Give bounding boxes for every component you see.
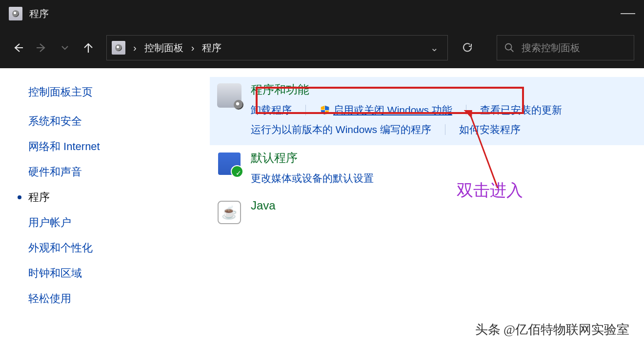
chevron-right-icon[interactable]: › [129, 40, 141, 56]
shield-icon [320, 105, 330, 115]
main-content: 程序和功能 卸载程序 启用或关闭 Windows 功能 查看已安装的更新 运行为… [210, 68, 644, 343]
programs-icon [217, 83, 242, 108]
programs-title[interactable]: 程序和功能 [251, 82, 634, 97]
sidebar: 控制面板主页 系统和安全 网络和 Internet 硬件和声音 程序 用户帐户 … [0, 68, 210, 343]
link-windows-features[interactable]: 启用或关闭 Windows 功能 [320, 100, 452, 120]
link-compat[interactable]: 运行为以前版本的 Windows 编写的程序 [251, 120, 431, 139]
breadcrumb-root[interactable]: 控制面板 [141, 39, 186, 57]
titlebar: 程序 [0, 0, 644, 27]
nav-toolbar: › 控制面板 › 程序 ⌄ 搜索控制面板 [0, 27, 644, 68]
sidebar-item-hardware[interactable]: 硬件和声音 [28, 165, 210, 179]
sidebar-item-ease[interactable]: 轻松使用 [28, 291, 210, 306]
svg-point-0 [505, 44, 512, 50]
breadcrumb-current[interactable]: 程序 [199, 39, 224, 57]
annotation-label: 双击进入 [457, 179, 523, 202]
link-media-defaults[interactable]: 更改媒体或设备的默认设置 [251, 169, 374, 188]
search-placeholder: 搜索控制面板 [522, 41, 580, 55]
java-title[interactable]: Java [251, 199, 634, 212]
link-installed-updates[interactable]: 查看已安装的更新 [480, 100, 562, 120]
separator [445, 124, 445, 135]
forward-button[interactable] [33, 39, 50, 56]
chevron-down-icon[interactable]: ⌄ [426, 40, 443, 56]
recent-dropdown[interactable] [57, 39, 73, 56]
search-icon [504, 42, 515, 53]
sidebar-item-users[interactable]: 用户帐户 [28, 215, 210, 230]
refresh-button[interactable] [455, 35, 480, 60]
sidebar-item-clock[interactable]: 时钟和区域 [28, 266, 210, 281]
back-button[interactable] [10, 39, 26, 56]
search-box[interactable]: 搜索控制面板 [497, 35, 634, 60]
java-icon: ☕ [217, 200, 242, 225]
section-programs: 程序和功能 卸载程序 启用或关闭 Windows 功能 查看已安装的更新 运行为… [210, 77, 644, 145]
defaults-icon [217, 151, 242, 176]
sidebar-home[interactable]: 控制面板主页 [28, 85, 210, 99]
sidebar-item-system[interactable]: 系统和安全 [28, 114, 210, 129]
link-howto-install[interactable]: 如何安装程序 [459, 120, 521, 139]
minimize-icon[interactable] [621, 13, 635, 14]
window-title: 程序 [29, 7, 49, 20]
separator [305, 105, 306, 115]
section-defaults: 默认程序 更改媒体或设备的默认设置 [210, 145, 644, 194]
defaults-title[interactable]: 默认程序 [251, 150, 634, 166]
up-button[interactable] [80, 39, 97, 56]
separator [466, 105, 466, 115]
link-uninstall[interactable]: 卸载程序 [251, 100, 292, 120]
app-icon [9, 7, 22, 20]
chevron-right-icon[interactable]: › [187, 40, 199, 56]
sidebar-item-appearance[interactable]: 外观和个性化 [28, 241, 210, 255]
address-bar[interactable]: › 控制面板 › 程序 ⌄ [106, 35, 448, 60]
section-java: ☕ Java [210, 194, 644, 231]
sidebar-item-programs[interactable]: 程序 [28, 190, 210, 205]
address-icon [112, 41, 125, 55]
sidebar-item-network[interactable]: 网络和 Internet [28, 139, 210, 154]
watermark: 头条 @亿佰特物联网实验室 [475, 321, 629, 338]
